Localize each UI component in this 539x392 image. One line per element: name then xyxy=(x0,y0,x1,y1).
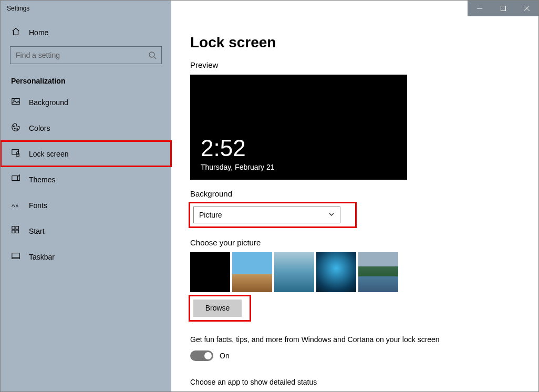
search-icon xyxy=(148,51,157,59)
svg-point-8 xyxy=(14,126,15,127)
palette-icon xyxy=(11,122,20,133)
taskbar-icon xyxy=(11,251,20,262)
detailed-status-label: Choose an app to show detailed status xyxy=(190,378,520,386)
sidebar-item-colors[interactable]: Colors xyxy=(1,115,171,141)
background-label: Background xyxy=(190,189,520,198)
browse-button[interactable]: Browse xyxy=(193,300,242,317)
minimize-button[interactable] xyxy=(468,1,491,16)
svg-rect-16 xyxy=(12,226,15,229)
svg-text:A: A xyxy=(12,202,15,208)
svg-rect-1 xyxy=(501,6,505,11)
sidebar-item-label: Lock screen xyxy=(29,150,68,158)
dropdown-value: Picture xyxy=(199,211,222,219)
home-icon xyxy=(11,27,20,38)
svg-rect-18 xyxy=(12,230,15,233)
svg-point-10 xyxy=(17,129,18,130)
svg-point-9 xyxy=(14,128,15,129)
home-nav[interactable]: Home xyxy=(1,22,171,43)
lock-screen-icon xyxy=(11,148,20,159)
sidebar-item-label: Fonts xyxy=(29,201,47,210)
fonts-icon: AA xyxy=(11,200,20,211)
sidebar-item-taskbar[interactable]: Taskbar xyxy=(1,244,171,270)
sidebar-item-label: Taskbar xyxy=(29,253,55,261)
chevron-down-icon xyxy=(328,211,335,219)
close-button[interactable] xyxy=(515,1,538,16)
picture-thumbnail[interactable] xyxy=(274,252,314,292)
sidebar-item-background[interactable]: Background xyxy=(1,89,171,115)
tips-text: Get fun facts, tips, and more from Windo… xyxy=(190,335,442,345)
category-label: Personalization xyxy=(1,74,171,89)
picture-thumbnail[interactable] xyxy=(232,252,272,292)
sidebar-item-lock-screen[interactable]: Lock screen xyxy=(1,141,171,167)
svg-line-5 xyxy=(154,57,156,59)
sidebar-item-label: Themes xyxy=(29,176,56,184)
start-icon xyxy=(11,225,20,236)
sidebar-item-label: Background xyxy=(29,98,68,107)
svg-rect-19 xyxy=(16,230,18,233)
svg-text:A: A xyxy=(16,203,18,208)
lock-screen-preview: 2:52 Thursday, February 21 xyxy=(190,75,407,180)
preview-time: 2:52 xyxy=(201,137,397,160)
picture-thumbnail[interactable] xyxy=(316,252,356,292)
maximize-button[interactable] xyxy=(491,1,515,16)
svg-rect-20 xyxy=(12,253,19,259)
tips-toggle[interactable] xyxy=(190,350,213,361)
svg-rect-13 xyxy=(12,176,18,181)
preview-label: Preview xyxy=(190,60,520,69)
sidebar-item-label: Start xyxy=(29,227,45,235)
home-label: Home xyxy=(29,28,48,37)
page-title: Lock screen xyxy=(190,34,520,51)
themes-icon xyxy=(11,174,20,185)
toggle-label: On xyxy=(220,352,230,360)
picture-thumbnail[interactable] xyxy=(190,252,230,292)
preview-date: Thursday, February 21 xyxy=(201,163,397,171)
picture-icon xyxy=(11,97,20,108)
choose-picture-label: Choose your picture xyxy=(190,238,520,247)
sidebar-item-themes[interactable]: Themes xyxy=(1,167,171,192)
svg-rect-17 xyxy=(16,226,18,229)
picture-thumbnail[interactable] xyxy=(358,252,398,292)
sidebar-item-start[interactable]: Start xyxy=(1,218,171,244)
search-input[interactable] xyxy=(10,46,162,64)
background-dropdown[interactable]: Picture xyxy=(193,207,340,223)
svg-point-4 xyxy=(149,52,154,57)
sidebar-item-fonts[interactable]: AA Fonts xyxy=(1,192,171,218)
window-title: Settings xyxy=(1,1,171,16)
sidebar-item-label: Colors xyxy=(29,124,50,132)
